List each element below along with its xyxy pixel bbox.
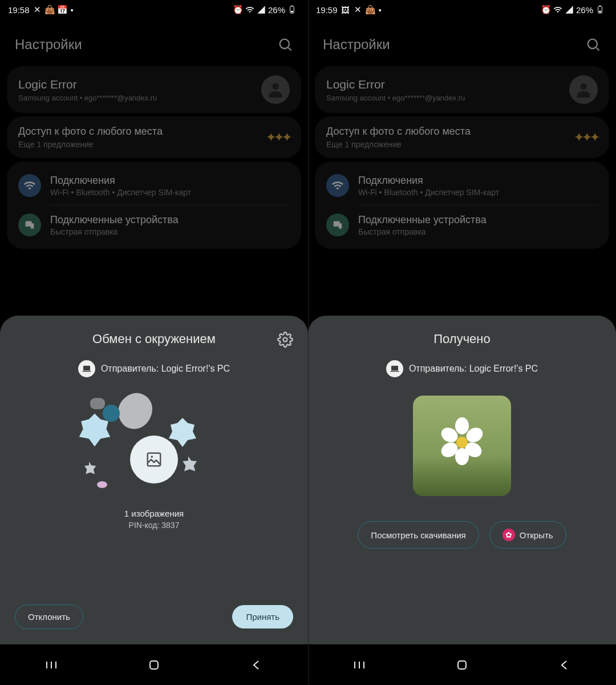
image-icon (130, 436, 178, 483)
svg-rect-6 (31, 223, 34, 228)
svg-rect-12 (150, 661, 158, 669)
promo-sub: Еще 1 предложение (18, 140, 163, 149)
svg-rect-19 (339, 223, 342, 228)
sender-label: Отправитель: Logic Error!'s PC (101, 364, 230, 374)
wifi-icon (326, 174, 349, 197)
signal-icon (565, 5, 574, 14)
wifi-icon (18, 174, 41, 197)
laptop-icon (78, 360, 95, 377)
view-downloads-button[interactable]: Посмотреть скачивания (358, 521, 479, 549)
open-label: Открыть (520, 530, 553, 540)
settings-gear-button[interactable] (277, 332, 293, 348)
sparkle-icon: ✦✦✦ (574, 130, 598, 145)
accept-button[interactable]: Принять (232, 605, 293, 628)
pin-label: PIN-код: 3837 (129, 521, 180, 530)
status-time: 19:58 (8, 5, 30, 15)
promo-card[interactable]: Доступ к фото с любого места Еще 1 предл… (315, 116, 609, 158)
svg-rect-14 (599, 11, 601, 13)
page-title: Настройки (323, 37, 390, 53)
screen-left: 19:58 ✕ 👜 📅 • ⏰ 26% Настройки (0, 0, 308, 685)
decline-button[interactable]: Отклонить (15, 605, 83, 629)
account-sub: Samsung account • ego*******@yandex.ru (326, 94, 465, 102)
sheet-title: Получено (433, 332, 490, 346)
status-bar: 19:58 ✕ 👜 📅 • ⏰ 26% (0, 0, 308, 19)
settings-item-connections[interactable]: Подключения Wi-Fi • Bluetooth • Диспетче… (7, 166, 301, 205)
received-image-preview[interactable] (413, 396, 511, 496)
nav-home[interactable] (453, 656, 471, 674)
settings-list: Подключения Wi-Fi • Bluetooth • Диспетче… (7, 162, 301, 249)
dot-icon: • (71, 5, 74, 15)
list-item-sub: Wi-Fi • Bluetooth • Диспетчер SIM-карт (50, 188, 191, 197)
promo-sub: Еще 1 предложение (326, 140, 471, 149)
nav-recents[interactable] (350, 656, 368, 674)
avatar (261, 75, 290, 104)
status-bar: 19:59 🖼 ✕ 👜 • ⏰ 26% (308, 0, 616, 19)
svg-point-7 (283, 338, 287, 342)
sender-row: Отправитель: Logic Error!'s PC (386, 360, 538, 377)
promo-title: Доступ к фото с любого места (326, 126, 471, 138)
page-title: Настройки (15, 37, 82, 53)
nav-back[interactable] (248, 656, 266, 674)
search-button[interactable] (585, 37, 601, 53)
gallery-app-icon: ✿ (502, 529, 515, 541)
list-item-title: Подключения (358, 175, 499, 187)
account-card[interactable]: Logic Error Samsung account • ego*******… (315, 66, 609, 113)
sheet-title: Обмен с окружением (92, 332, 216, 346)
settings-item-devices[interactable]: Подключенные устройства Быстрая отправка (315, 206, 609, 244)
dot-icon: • (379, 5, 382, 15)
bag-icon: 👜 (46, 5, 55, 14)
share-animation (80, 391, 228, 505)
open-button[interactable]: ✿ Открыть (489, 521, 566, 549)
alarm-icon: ⏰ (234, 5, 243, 14)
svg-rect-10 (148, 453, 161, 466)
devices-icon (18, 213, 41, 236)
svg-point-17 (580, 83, 586, 90)
nearby-share-sheet: Обмен с окружением Отправитель: Logic Er… (0, 316, 308, 644)
wifi-icon (553, 5, 562, 14)
settings-background: Настройки Logic Error Samsung account • … (0, 19, 308, 252)
status-icon-misc: ✕ (33, 5, 42, 14)
battery-icon (287, 5, 297, 14)
account-sub: Samsung account • ego*******@yandex.ru (18, 94, 157, 102)
laptop-icon (386, 360, 403, 377)
promo-card[interactable]: Доступ к фото с любого места Еще 1 предл… (7, 116, 301, 158)
wifi-icon (245, 5, 254, 14)
received-sheet: Получено Отправитель: Logic Error!'s PC … (308, 316, 616, 644)
account-card[interactable]: Logic Error Samsung account • ego*******… (7, 66, 301, 113)
list-item-title: Подключенные устройства (358, 214, 487, 226)
status-time: 19:59 (316, 5, 338, 15)
bag-icon: 👜 (366, 5, 375, 14)
svg-point-4 (272, 83, 278, 90)
nav-home[interactable] (145, 656, 163, 674)
settings-list: Подключения Wi-Fi • Bluetooth • Диспетче… (315, 162, 609, 249)
nav-recents[interactable] (42, 656, 60, 674)
svg-rect-9 (82, 371, 91, 372)
svg-rect-1 (291, 11, 293, 13)
list-item-sub: Wi-Fi • Bluetooth • Диспетчер SIM-карт (358, 188, 499, 197)
image-icon: 🖼 (341, 5, 350, 14)
svg-rect-15 (599, 6, 601, 6)
svg-point-11 (151, 456, 153, 458)
list-item-title: Подключенные устройства (50, 214, 179, 226)
file-count-label: 1 изображения (124, 509, 184, 518)
svg-rect-8 (83, 366, 90, 370)
devices-icon (326, 213, 349, 236)
svg-point-16 (588, 39, 597, 49)
sparkle-icon: ✦✦✦ (266, 130, 290, 145)
avatar (569, 75, 598, 104)
nav-back[interactable] (556, 656, 574, 674)
settings-background: Настройки Logic Error Samsung account • … (308, 19, 616, 252)
list-item-sub: Быстрая отправка (358, 227, 487, 236)
calendar-icon: 📅 (58, 5, 67, 14)
promo-title: Доступ к фото с любого места (18, 126, 163, 138)
screen-divider (308, 0, 309, 685)
list-item-title: Подключения (50, 175, 191, 187)
settings-item-devices[interactable]: Подключенные устройства Быстрая отправка (7, 206, 301, 244)
svg-point-3 (280, 39, 289, 49)
settings-item-connections[interactable]: Подключения Wi-Fi • Bluetooth • Диспетче… (315, 166, 609, 205)
search-button[interactable] (277, 37, 293, 53)
list-item-sub: Быстрая отправка (50, 227, 179, 236)
signal-icon (257, 5, 266, 14)
sender-label: Отправитель: Logic Error!'s PC (409, 364, 538, 374)
account-name: Logic Error (326, 78, 465, 91)
